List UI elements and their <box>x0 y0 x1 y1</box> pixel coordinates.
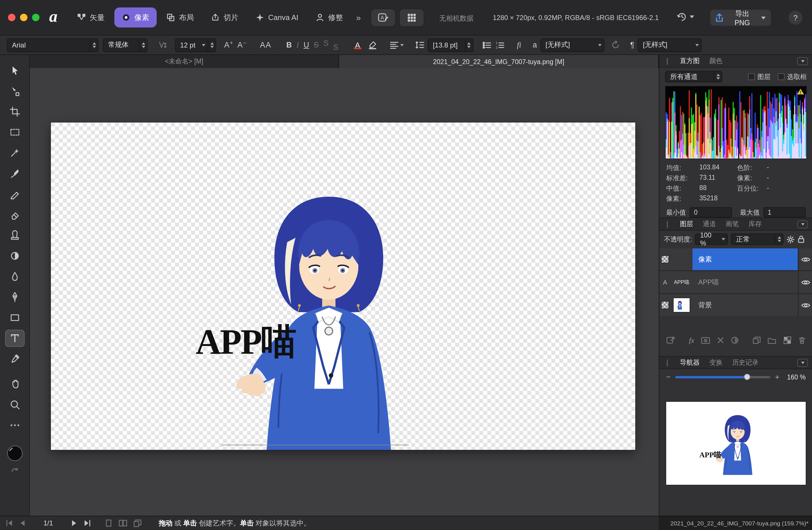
new-group-icon[interactable] <box>768 336 777 344</box>
clone-stamp-tool[interactable] <box>5 227 24 244</box>
channel-stepper[interactable] <box>714 72 722 82</box>
delete-mask-icon[interactable] <box>717 337 724 344</box>
increase-size-button[interactable]: A+ <box>222 38 235 52</box>
persona-slices-button[interactable]: 切片 <box>204 8 246 27</box>
font-size-combo[interactable]: 12 pt <box>175 38 216 52</box>
history-button[interactable] <box>677 12 694 22</box>
node-tool[interactable] <box>5 82 24 100</box>
page-spread-view-icon[interactable] <box>118 519 127 527</box>
blend-ranges-icon[interactable] <box>731 336 739 345</box>
ligatures-button[interactable]: fi <box>514 38 523 52</box>
single-page-view-icon[interactable] <box>104 519 112 527</box>
paragraph-style-combo[interactable]: [无样式] <box>638 38 702 52</box>
close-window-button[interactable] <box>8 14 15 21</box>
subscript-button[interactable]: S <box>331 38 340 52</box>
artistic-text-tool[interactable] <box>5 330 24 347</box>
first-page-icon[interactable] <box>6 520 13 527</box>
max-value-field[interactable]: 1 <box>763 207 806 218</box>
layer-visibility-toggle[interactable] <box>798 294 812 316</box>
font-size-stepper[interactable] <box>207 39 216 51</box>
zoom-tool[interactable] <box>5 396 24 413</box>
tab-brushes[interactable]: 画笔 <box>726 220 739 228</box>
histogram-channel-combo[interactable]: 所有通道 <box>665 71 722 82</box>
bullet-list-button[interactable] <box>480 38 493 52</box>
tab-navigator[interactable]: 导航器 <box>680 358 700 367</box>
lock-layer-icon[interactable] <box>798 235 804 243</box>
rectangle-tool[interactable] <box>5 309 24 326</box>
previous-page-icon[interactable] <box>19 520 25 527</box>
persona-canva-ai-button[interactable]: Canva AI <box>248 8 306 27</box>
layer-visibility-toggle[interactable] <box>798 248 812 270</box>
duplicate-layer-icon[interactable] <box>752 336 761 345</box>
delete-layer-icon[interactable] <box>798 336 806 345</box>
swap-colours-icon[interactable] <box>11 467 18 474</box>
pixel-tool[interactable] <box>5 185 24 203</box>
strikethrough-button[interactable]: S <box>311 38 321 52</box>
crop-tool[interactable] <box>5 103 24 120</box>
smudge-tool[interactable] <box>5 268 24 285</box>
export-png-button[interactable]: 导出PNG <box>710 9 771 26</box>
zoom-slider-handle[interactable] <box>744 374 750 380</box>
underline-button[interactable]: U <box>301 38 311 52</box>
next-page-icon[interactable] <box>71 520 77 527</box>
font-family-combo[interactable]: Arial <box>7 38 98 52</box>
personas-overflow-chevron[interactable]: » <box>356 13 361 22</box>
more-tools-button[interactable] <box>5 417 24 434</box>
flood-select-tool[interactable] <box>5 144 24 162</box>
zoom-out-button[interactable]: − <box>666 373 670 381</box>
character-style-caret-icon[interactable] <box>596 44 604 46</box>
opacity-combo[interactable]: 100 % <box>695 234 728 245</box>
min-value-field[interactable]: 0 <box>689 207 732 218</box>
paint-brush-tool[interactable] <box>5 165 24 182</box>
layer-effects-icon[interactable]: fx <box>689 336 694 345</box>
minimize-window-button[interactable] <box>20 14 27 21</box>
panel-grip-icon[interactable] <box>667 221 668 227</box>
tab-active-document[interactable]: 2021_04_20_22_46_IMG_7007-tuya.png [M] <box>339 55 659 68</box>
move-tool[interactable] <box>5 62 24 79</box>
italic-button[interactable]: I <box>294 38 301 52</box>
layer-row-text[interactable]: A APP喵 APP喵 <box>659 271 812 293</box>
persona-pixel-button[interactable]: 像素 <box>114 8 157 27</box>
blend-mode-stepper[interactable] <box>775 234 783 245</box>
canvas-viewport[interactable]: APP喵 <box>30 68 659 516</box>
blend-options-gear-icon[interactable] <box>786 235 795 243</box>
document-page[interactable]: APP喵 <box>51 123 635 450</box>
text-colour-button[interactable]: A <box>350 38 365 52</box>
colour-picker-tool[interactable] <box>5 350 24 367</box>
last-page-icon[interactable] <box>83 520 91 527</box>
mask-layer-icon[interactable] <box>701 336 710 344</box>
tab-transform[interactable]: 变换 <box>709 358 723 367</box>
edit-adjustment-icon[interactable] <box>666 335 675 345</box>
panel-grip-icon[interactable] <box>667 57 668 65</box>
text-highlight-button[interactable] <box>365 38 380 52</box>
numbered-list-button[interactable]: 12 <box>493 38 507 52</box>
zoom-slider[interactable] <box>675 376 770 378</box>
help-button[interactable]: ? <box>788 10 803 25</box>
marquee-select-tool[interactable] <box>5 124 24 141</box>
leading-stepper[interactable] <box>465 39 473 51</box>
layer-row-background[interactable]: 背景 <box>659 294 812 316</box>
studio-presets-button[interactable] <box>399 9 424 27</box>
dodge-burn-tool[interactable] <box>5 247 24 264</box>
assistant-button[interactable]: A <box>371 9 396 27</box>
tab-histogram[interactable]: 直方图 <box>680 57 700 65</box>
superscript-button[interactable]: S <box>321 38 331 52</box>
font-family-stepper[interactable] <box>90 39 98 51</box>
navigator-thumbnail[interactable]: APP喵 <box>666 402 806 485</box>
tab-layers[interactable]: 图层 <box>680 220 693 228</box>
colour-swatch-selector[interactable] <box>5 443 24 464</box>
tab-channels[interactable]: 通道 <box>703 220 716 228</box>
layer-visibility-toggle[interactable] <box>798 271 812 293</box>
layer-row-pixel[interactable]: 像素 <box>659 248 812 270</box>
leading-combo[interactable]: [13.8 pt] <box>428 38 474 52</box>
persona-layout-button[interactable]: 布局 <box>159 8 201 27</box>
view-pan-tool[interactable] <box>5 375 24 393</box>
font-style-stepper[interactable] <box>139 39 147 51</box>
histogram-collapse-button[interactable] <box>797 57 808 65</box>
pen-tool[interactable] <box>5 289 24 306</box>
opacity-caret-icon[interactable] <box>719 238 727 240</box>
tab-colour[interactable]: 颜色 <box>709 57 723 65</box>
navigator-preview[interactable]: APP喵 <box>666 386 806 489</box>
bold-button[interactable]: B <box>284 38 294 52</box>
tab-stock[interactable]: 库存 <box>749 220 762 228</box>
